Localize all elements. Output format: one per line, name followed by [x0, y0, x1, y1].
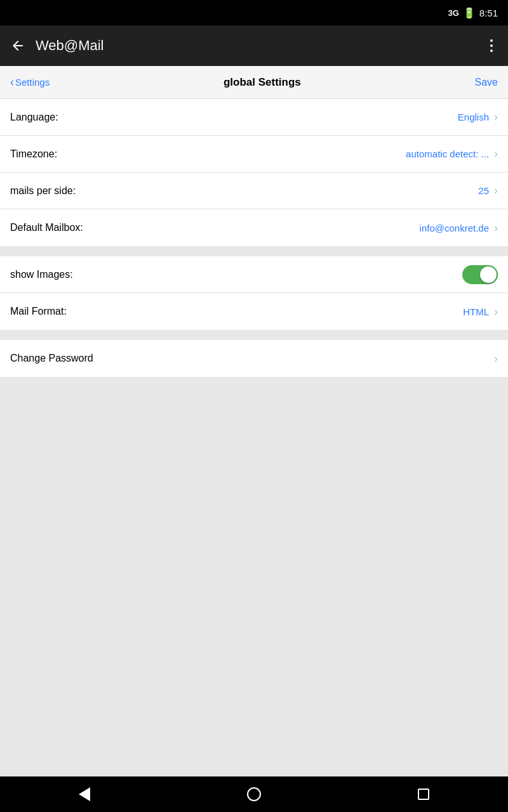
language-label: Language: — [10, 112, 458, 123]
mails-per-side-row[interactable]: mails per side: 25 › — [0, 173, 508, 209]
change-password-row[interactable]: Change Password › — [0, 340, 508, 377]
overflow-dot-2 — [490, 44, 493, 47]
time-display: 8:51 — [479, 8, 498, 18]
nav-recent-icon — [418, 789, 429, 800]
app-title: Web@Mail — [36, 37, 485, 54]
timezone-row[interactable]: Timezone: automatic detect: ... › — [0, 136, 508, 173]
show-images-toggle[interactable] — [462, 265, 498, 284]
language-row[interactable]: Language: English › — [0, 99, 508, 136]
default-mailbox-label: Default Mailbox: — [10, 222, 420, 233]
overflow-menu-button[interactable] — [485, 34, 498, 57]
overflow-dot-1 — [490, 39, 493, 42]
mail-format-row[interactable]: Mail Format: HTML › — [0, 293, 508, 330]
show-images-row[interactable]: show Images: — [0, 256, 508, 293]
status-icons: 3G 🔋 8:51 — [448, 7, 498, 19]
timezone-chevron-icon: › — [494, 147, 498, 160]
mails-per-side-label: mails per side: — [10, 185, 478, 197]
toggle-track — [462, 265, 498, 284]
battery-icon: 🔋 — [463, 7, 476, 19]
change-password-chevron-icon: › — [494, 352, 498, 365]
timezone-label: Timezone: — [10, 148, 406, 160]
default-mailbox-row[interactable]: Default Mailbox: info@conkret.de › — [0, 209, 508, 246]
nav-home-icon — [247, 787, 261, 801]
default-mailbox-chevron-icon: › — [494, 221, 498, 235]
show-images-label: show Images: — [10, 269, 462, 280]
status-bar: 3G 🔋 8:51 — [0, 0, 508, 25]
default-mailbox-value: info@conkret.de — [420, 223, 489, 233]
divider-1 — [0, 246, 508, 256]
settings-back-label: Settings — [15, 77, 50, 88]
change-password-label: Change Password — [10, 353, 494, 364]
mail-format-value: HTML — [463, 306, 489, 317]
display-settings-group: show Images: Mail Format: HTML › — [0, 256, 508, 330]
settings-header: ‹ Settings global Settings Save — [0, 66, 508, 99]
language-chevron-icon: › — [494, 110, 498, 124]
mail-format-chevron-icon: › — [494, 305, 498, 318]
timezone-value: automatic detect: ... — [406, 148, 489, 159]
settings-back-button[interactable]: ‹ Settings — [10, 75, 50, 89]
mails-per-side-chevron-icon: › — [494, 184, 498, 197]
mail-format-label: Mail Format: — [10, 306, 463, 317]
nav-back-button[interactable] — [64, 782, 105, 806]
back-chevron-icon: ‹ — [10, 75, 14, 89]
save-button[interactable]: Save — [475, 77, 498, 88]
app-back-button[interactable] — [10, 38, 25, 53]
bottom-nav — [0, 776, 508, 812]
overflow-dot-3 — [490, 49, 493, 52]
language-value: English — [458, 112, 489, 122]
settings-content: Language: English › Timezone: automatic … — [0, 99, 508, 776]
settings-page-title: global Settings — [50, 76, 474, 89]
account-settings-group: Change Password › — [0, 340, 508, 377]
nav-recent-button[interactable] — [403, 783, 444, 805]
toggle-thumb — [480, 266, 497, 283]
app-bar: Web@Mail — [0, 25, 508, 66]
mails-per-side-value: 25 — [478, 185, 489, 196]
nav-back-icon — [79, 787, 90, 801]
main-settings-group: Language: English › Timezone: automatic … — [0, 99, 508, 246]
nav-home-button[interactable] — [232, 782, 276, 806]
divider-2 — [0, 330, 508, 340]
signal-icon: 3G — [448, 8, 458, 18]
